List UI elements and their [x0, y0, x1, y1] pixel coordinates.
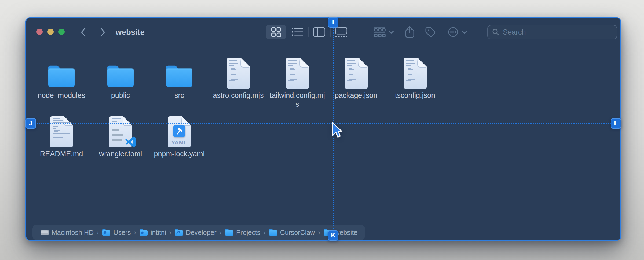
toolbar-separator: [308, 27, 309, 37]
more-icon: [448, 27, 458, 37]
gallery-view-icon: [335, 27, 347, 37]
list-view-button[interactable]: [292, 28, 303, 36]
file-label: tailwind.config.mjs: [269, 91, 326, 109]
file-label: src: [151, 91, 208, 100]
file-astro-config[interactable]: astro.config.mjs: [209, 56, 268, 100]
file-label: wrangler.toml: [92, 150, 149, 158]
folder-icon: [163, 63, 195, 89]
path-item-developer[interactable]: Developer: [174, 229, 217, 236]
file-package-json[interactable]: package.json: [327, 56, 386, 100]
code-document-icon: [226, 57, 250, 89]
code-document-icon: [344, 57, 368, 89]
toolbar-separator: [330, 27, 331, 37]
folder-developer-icon: [174, 229, 184, 236]
path-item-intitni[interactable]: intitni: [139, 229, 166, 236]
hammer-app-icon: [173, 125, 185, 137]
path-item-cursorclaw[interactable]: CursorClaw: [269, 229, 315, 236]
file-tailwind-config[interactable]: tailwind.config.mjs: [268, 56, 327, 109]
share-icon: [405, 26, 415, 38]
path-separator: ›: [134, 229, 136, 236]
annotation-marker-j: J: [25, 118, 36, 129]
grid-view-icon: [271, 27, 281, 37]
annotation-horizontal-line: [26, 123, 621, 124]
tag-button[interactable]: [425, 27, 436, 38]
group-menu-chevron[interactable]: [389, 31, 394, 34]
group-button[interactable]: [374, 27, 386, 38]
path-item-macintosh-hd[interactable]: Macintosh HD: [40, 229, 94, 236]
file-tsconfig-json[interactable]: tsconfig.json: [386, 56, 445, 100]
folder-icon: [225, 229, 234, 236]
path-separator: ›: [263, 229, 265, 236]
forward-button[interactable]: [99, 27, 106, 37]
path-separator: ›: [97, 229, 99, 236]
drive-icon: [40, 229, 49, 236]
path-separator: ›: [169, 229, 171, 236]
share-button[interactable]: [405, 26, 415, 38]
folder-users-icon: [102, 229, 111, 236]
file-label: node_modules: [33, 91, 90, 100]
tag-icon: [425, 27, 436, 38]
back-button[interactable]: [80, 27, 87, 37]
file-label: package.json: [328, 91, 385, 100]
folder-icon: [269, 229, 278, 236]
search-input[interactable]: [503, 28, 612, 36]
zoom-button[interactable]: [58, 29, 65, 35]
annotation-marker-l: L: [611, 118, 621, 129]
annotation-marker-k: K: [328, 230, 338, 241]
column-view-button[interactable]: [313, 27, 325, 37]
yaml-badge-text: YAML: [150, 139, 209, 146]
gallery-view-button[interactable]: [335, 27, 347, 37]
folder-icon: [46, 63, 77, 89]
folder-icon: [105, 63, 136, 89]
close-button[interactable]: [36, 29, 43, 35]
file-label: astro.config.mjs: [210, 91, 267, 100]
file-label: README.md: [33, 150, 90, 158]
file-src[interactable]: src: [150, 56, 209, 100]
path-separator: ›: [219, 229, 222, 236]
list-view-icon: [292, 28, 303, 36]
file-node-modules[interactable]: node_modules: [32, 56, 91, 100]
path-item-users[interactable]: Users: [102, 229, 131, 236]
code-document-icon: [285, 57, 309, 89]
file-readme[interactable]: README.md: [32, 114, 91, 158]
file-label: pnpm-lock.yaml: [151, 150, 208, 158]
more-menu-chevron[interactable]: [462, 31, 467, 34]
minimize-button[interactable]: [47, 29, 54, 35]
chevron-down-icon: [389, 31, 394, 34]
text-document-icon: [49, 116, 74, 147]
file-wrangler-toml[interactable]: wrangler.toml: [91, 114, 150, 158]
search-icon: [492, 28, 500, 36]
file-label: tsconfig.json: [387, 91, 444, 100]
more-button[interactable]: [448, 27, 458, 37]
file-public[interactable]: public: [91, 56, 150, 100]
finder-window: website: [25, 17, 621, 241]
path-separator: ›: [318, 229, 320, 236]
chevron-right-icon: [99, 27, 106, 37]
path-item-projects[interactable]: Projects: [225, 229, 260, 236]
code-document-icon: [403, 57, 427, 89]
chevron-left-icon: [80, 27, 87, 37]
file-label: public: [92, 91, 149, 100]
search-field[interactable]: [487, 25, 617, 39]
annotation-marker-i: I: [328, 17, 338, 28]
folder-home-icon: [139, 229, 148, 236]
window-title: website: [116, 28, 145, 37]
group-by-icon: [374, 27, 386, 38]
vscode-logo-icon: [125, 136, 137, 148]
mouse-cursor: [332, 122, 344, 139]
path-bar: Macintosh HD › Users › intitni ›: [32, 225, 365, 240]
chevron-down-icon: [462, 31, 467, 34]
column-view-icon: [313, 27, 325, 37]
file-pnpm-lock[interactable]: YAML pnpm-lock.yaml: [150, 114, 209, 158]
icon-view-button[interactable]: [266, 25, 286, 39]
